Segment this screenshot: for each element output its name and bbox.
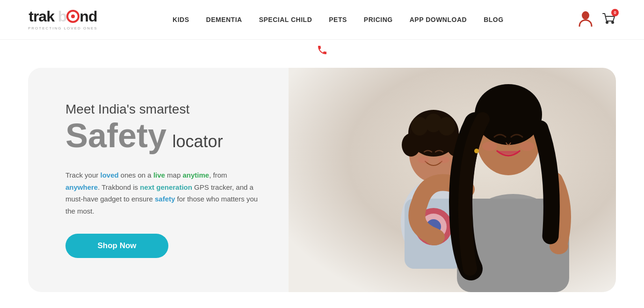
cart-badge: 0 — [611, 9, 619, 16]
nav-dementia[interactable]: DEMENTIA — [206, 16, 242, 23]
nav-kids[interactable]: KIDS — [173, 16, 189, 23]
logo[interactable]: trak b nd PROTECTING LOVED ONES — [28, 9, 98, 30]
phone-icon[interactable] — [317, 44, 328, 58]
logo-b: b — [58, 8, 67, 25]
logo-ond: nd — [80, 8, 97, 25]
svg-point-21 — [438, 157, 449, 163]
desc-anytime: anytime — [182, 171, 209, 179]
user-icon[interactable] — [579, 11, 593, 29]
desc-mid4: . Trakbond is — [98, 183, 140, 191]
desc-safety: safety — [155, 195, 175, 203]
hero-title-locator: locator — [173, 132, 223, 151]
logo-subtitle: PROTECTING LOVED ONES — [28, 26, 98, 30]
svg-point-2 — [582, 11, 589, 20]
desc-live: live — [153, 171, 165, 179]
svg-point-24 — [424, 229, 445, 245]
svg-point-30 — [520, 142, 535, 151]
hero-title-line: Safety locator — [65, 119, 262, 152]
desc-anywhere: anywhere — [65, 183, 98, 191]
nav-pricing[interactable]: PRICING — [364, 16, 393, 23]
hero-subtitle: Meet India's smartest — [65, 102, 262, 117]
svg-point-29 — [482, 142, 497, 151]
hero-title: Safety — [65, 117, 166, 154]
logo-o-icon — [66, 10, 80, 25]
header: trak b nd PROTECTING LOVED ONES KIDS DEM… — [0, 0, 644, 40]
nav-pets[interactable]: PETS — [329, 16, 347, 23]
shop-now-button[interactable]: Shop Now — [65, 234, 168, 258]
nav-blog[interactable]: BLOG — [484, 16, 503, 23]
svg-point-17 — [411, 117, 428, 136]
desc-next-gen: next generation — [140, 183, 192, 191]
hero-image — [289, 68, 616, 292]
phone-bar — [0, 40, 644, 63]
logo-trak: trak — [29, 8, 54, 25]
svg-point-19 — [438, 117, 455, 136]
desc-loved: loved — [100, 171, 118, 179]
desc-mid2: map — [165, 171, 183, 179]
hero-section: Meet India's smartest Safety locator Tra… — [28, 68, 616, 292]
svg-point-31 — [474, 149, 479, 153]
main-nav: KIDS DEMENTIA SPECIAL CHILD PETS PRICING… — [173, 16, 503, 23]
hero-illustration — [289, 68, 616, 292]
desc-prefix: Track your — [65, 171, 100, 179]
svg-point-1 — [71, 14, 75, 18]
hero-description: Track your loved ones on a live map anyt… — [65, 169, 262, 217]
svg-point-20 — [418, 157, 429, 163]
header-icons: 0 — [579, 11, 616, 29]
desc-mid1: ones on a — [119, 171, 153, 179]
desc-mid3: , from — [209, 171, 227, 179]
hero-content: Meet India's smartest Safety locator Tra… — [28, 68, 290, 292]
nav-app-download[interactable]: APP DOWNLOAD — [410, 16, 467, 23]
nav-special-child[interactable]: SPECIAL CHILD — [259, 16, 312, 23]
cart-icon-wrapper[interactable]: 0 — [602, 12, 616, 28]
